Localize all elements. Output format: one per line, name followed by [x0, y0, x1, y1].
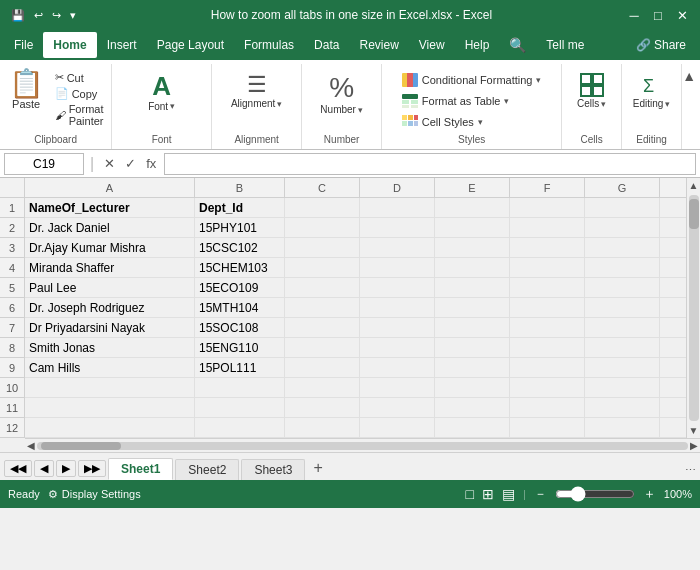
cell-E10[interactable]	[435, 378, 510, 397]
format-painter-button[interactable]: 🖌 Format Painter	[52, 102, 107, 128]
row-num-2[interactable]: 2	[0, 218, 24, 238]
cell-A1[interactable]: NameOf_Lecturer	[25, 198, 195, 217]
cell-F2[interactable]	[510, 218, 585, 237]
menu-data[interactable]: Data	[304, 32, 349, 58]
cell-G6[interactable]	[585, 298, 660, 317]
cell-B7[interactable]: 15SOC108	[195, 318, 285, 337]
row-num-11[interactable]: 11	[0, 398, 24, 418]
row-num-6[interactable]: 6	[0, 298, 24, 318]
cell-D2[interactable]	[360, 218, 435, 237]
cell-E3[interactable]	[435, 238, 510, 257]
cell-E2[interactable]	[435, 218, 510, 237]
row-num-3[interactable]: 3	[0, 238, 24, 258]
cell-G8[interactable]	[585, 338, 660, 357]
col-header-C[interactable]: C	[285, 178, 360, 198]
cell-F9[interactable]	[510, 358, 585, 377]
cell-B6[interactable]: 15MTH104	[195, 298, 285, 317]
zoom-slider[interactable]	[555, 486, 635, 502]
col-header-A[interactable]: A	[25, 178, 195, 198]
cell-styles-button[interactable]: Cell Styles ▾	[398, 112, 546, 132]
sheet-last-button[interactable]: ▶▶	[78, 460, 106, 477]
cell-D9[interactable]	[360, 358, 435, 377]
row-num-9[interactable]: 9	[0, 358, 24, 378]
cell-F1[interactable]	[510, 198, 585, 217]
menu-page-layout[interactable]: Page Layout	[147, 32, 234, 58]
scroll-left-button[interactable]: ◀	[27, 440, 35, 451]
cell-F7[interactable]	[510, 318, 585, 337]
row-num-12[interactable]: 12	[0, 418, 24, 438]
cell-E8[interactable]	[435, 338, 510, 357]
menu-tell-me[interactable]: Tell me	[536, 32, 594, 58]
cell-G5[interactable]	[585, 278, 660, 297]
cell-B11[interactable]	[195, 398, 285, 417]
cell-A2[interactable]: Dr. Jack Daniel	[25, 218, 195, 237]
zoom-in-button[interactable]: ＋	[643, 485, 656, 503]
font-button[interactable]: A Font ▾	[140, 68, 183, 116]
cell-C1[interactable]	[285, 198, 360, 217]
cell-B4[interactable]: 15CHEM103	[195, 258, 285, 277]
cell-F8[interactable]	[510, 338, 585, 357]
minimize-button[interactable]: ─	[624, 5, 644, 25]
scroll-up-button[interactable]: ▲	[687, 178, 700, 193]
cell-F12[interactable]	[510, 418, 585, 437]
close-button[interactable]: ✕	[672, 5, 692, 25]
cell-E7[interactable]	[435, 318, 510, 337]
cell-G7[interactable]	[585, 318, 660, 337]
display-settings[interactable]: ⚙ Display Settings	[48, 488, 141, 501]
cell-F4[interactable]	[510, 258, 585, 277]
cell-E9[interactable]	[435, 358, 510, 377]
row-num-8[interactable]: 8	[0, 338, 24, 358]
cell-C5[interactable]	[285, 278, 360, 297]
cell-A11[interactable]	[25, 398, 195, 417]
cell-G1[interactable]	[585, 198, 660, 217]
cell-F6[interactable]	[510, 298, 585, 317]
ribbon-collapse-button[interactable]: ▲	[682, 68, 696, 84]
confirm-formula-button[interactable]: ✓	[121, 154, 140, 173]
maximize-button[interactable]: □	[648, 5, 668, 25]
cell-C8[interactable]	[285, 338, 360, 357]
cell-G4[interactable]	[585, 258, 660, 277]
format-as-table-button[interactable]: Format as Table ▾	[398, 91, 546, 111]
cell-A5[interactable]: Paul Lee	[25, 278, 195, 297]
menu-file[interactable]: File	[4, 32, 43, 58]
cell-E11[interactable]	[435, 398, 510, 417]
qa-dropdown-button[interactable]: ▾	[67, 7, 79, 24]
col-header-F[interactable]: F	[510, 178, 585, 198]
conditional-formatting-button[interactable]: Conditional Formatting ▾	[398, 70, 546, 90]
col-header-E[interactable]: E	[435, 178, 510, 198]
menu-view[interactable]: View	[409, 32, 455, 58]
col-header-G[interactable]: G	[585, 178, 660, 198]
cell-C3[interactable]	[285, 238, 360, 257]
sheet-first-button[interactable]: ◀◀	[4, 460, 32, 477]
cell-E4[interactable]	[435, 258, 510, 277]
cell-C9[interactable]	[285, 358, 360, 377]
alignment-button[interactable]: ☰ Alignment ▾	[223, 68, 290, 113]
sheet-next-button[interactable]: ▶	[56, 460, 76, 477]
cell-B9[interactable]: 15POL111	[195, 358, 285, 377]
horizontal-scrollbar[interactable]: ◀ ▶	[25, 438, 700, 452]
sheet-tab-sheet1[interactable]: Sheet1	[108, 458, 173, 480]
scroll-right-button[interactable]: ▶	[690, 440, 698, 451]
cell-G10[interactable]	[585, 378, 660, 397]
cell-B10[interactable]	[195, 378, 285, 397]
cell-B3[interactable]: 15CSC102	[195, 238, 285, 257]
menu-insert[interactable]: Insert	[97, 32, 147, 58]
cell-C12[interactable]	[285, 418, 360, 437]
cell-C2[interactable]	[285, 218, 360, 237]
menu-review[interactable]: Review	[349, 32, 408, 58]
cell-C11[interactable]	[285, 398, 360, 417]
cell-G12[interactable]	[585, 418, 660, 437]
row-num-1[interactable]: 1	[0, 198, 24, 218]
undo-button[interactable]: ↩	[31, 7, 46, 24]
cell-E6[interactable]	[435, 298, 510, 317]
cell-D11[interactable]	[360, 398, 435, 417]
cell-A7[interactable]: Dr Priyadarsini Nayak	[25, 318, 195, 337]
cell-C4[interactable]	[285, 258, 360, 277]
cell-B2[interactable]: 15PHY101	[195, 218, 285, 237]
cell-F11[interactable]	[510, 398, 585, 417]
view-page-break-button[interactable]: ▤	[502, 486, 515, 502]
cell-B1[interactable]: Dept_Id	[195, 198, 285, 217]
view-page-layout-button[interactable]: ⊞	[482, 486, 494, 502]
cell-A12[interactable]	[25, 418, 195, 437]
cell-G2[interactable]	[585, 218, 660, 237]
